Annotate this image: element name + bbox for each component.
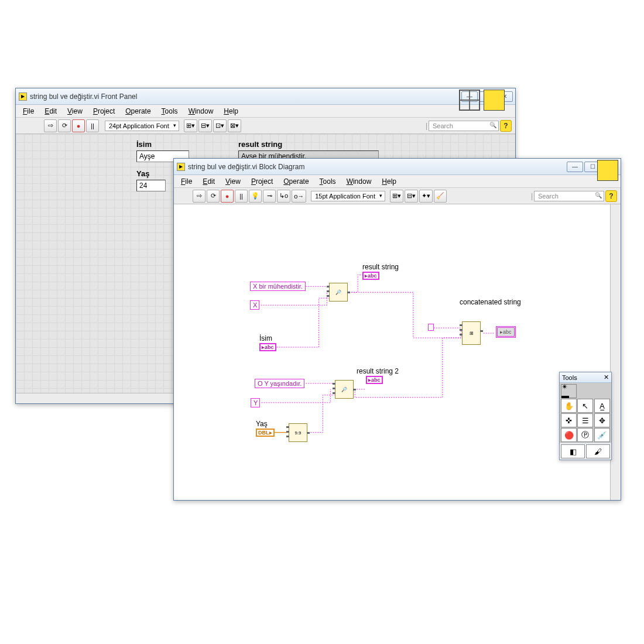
menu-view[interactable]: View: [221, 176, 245, 187]
front-panel-menubar: File Edit View Project Operate Tools Win…: [16, 105, 515, 118]
menu-operate[interactable]: Operate: [279, 176, 313, 187]
highlight-button[interactable]: 💡: [249, 190, 262, 203]
block-diagram-menubar: File Edit View Project Operate Tools Win…: [174, 175, 621, 188]
shortcut-tool[interactable]: ☰: [577, 413, 593, 427]
result-ind[interactable]: ▸abc: [362, 272, 379, 280]
string-const-2[interactable]: O Y yaşındadır.: [255, 379, 304, 388]
menu-edit[interactable]: Edit: [40, 106, 61, 117]
block-diagram-window: ▶ string bul ve değiştir.vi Block Diagra…: [173, 158, 621, 501]
labview-icon: ▶: [18, 92, 28, 101]
search-input[interactable]: Search: [429, 121, 499, 131]
align-button[interactable]: ⊞▾: [390, 190, 403, 203]
font-select[interactable]: 15pt Application Font: [311, 191, 385, 201]
menu-file[interactable]: File: [18, 106, 39, 117]
string-const-y[interactable]: Y: [251, 398, 260, 407]
menu-help[interactable]: Help: [377, 176, 401, 187]
tools-bottom: ◧ 🖌: [560, 443, 611, 460]
front-panel-titlebar[interactable]: ▶ string bul ve değiştir.vi Front Panel …: [16, 88, 515, 105]
run-continuous-button[interactable]: ⟳: [207, 190, 220, 203]
wiring-tool[interactable]: ✜: [561, 413, 577, 427]
font-select[interactable]: 24pt Application Font: [105, 121, 179, 131]
connector-pane[interactable]: [459, 90, 480, 111]
cleanup-button[interactable]: ✦▾: [419, 190, 433, 203]
minimize-button[interactable]: —: [567, 162, 583, 172]
help-button[interactable]: ?: [605, 190, 617, 202]
labview-icon: ▶: [176, 162, 186, 172]
probe-tool[interactable]: Ⓟ: [577, 428, 593, 442]
front-panel-title: string bul ve değiştir.vi Front Panel: [30, 93, 461, 101]
menu-tools[interactable]: Tools: [157, 106, 183, 117]
menu-window[interactable]: Window: [184, 106, 218, 117]
string-const-x[interactable]: X: [250, 300, 259, 310]
string-const-1[interactable]: X bir mühendistir.: [250, 282, 306, 291]
reorder-button[interactable]: 🧹: [434, 190, 447, 203]
step-over-button[interactable]: o→: [292, 190, 306, 203]
color-copy-tool[interactable]: 💉: [594, 428, 610, 442]
menu-file[interactable]: File: [176, 176, 197, 187]
yas-ctrl-label: Yaş: [256, 420, 268, 428]
pause-button[interactable]: ||: [235, 190, 248, 203]
text-tool[interactable]: A̲: [594, 399, 610, 413]
distribute-button[interactable]: ⊟▾: [198, 119, 212, 132]
resize-button[interactable]: ⊡▾: [213, 119, 227, 132]
menu-project[interactable]: Project: [88, 106, 119, 117]
vi-icon[interactable]: [484, 90, 505, 111]
search-replace-func-2[interactable]: 🔎: [335, 380, 354, 399]
menu-window[interactable]: Window: [342, 176, 376, 187]
block-diagram-title: string bul ve değiştir.vi Block Diagram: [188, 163, 567, 171]
operate-tool[interactable]: ✋: [561, 399, 577, 413]
pause-button[interactable]: ||: [86, 119, 99, 132]
block-diagram-titlebar[interactable]: ▶ string bul ve değiştir.vi Block Diagra…: [174, 159, 621, 175]
retain-wire-button[interactable]: ⊸: [263, 190, 276, 203]
search-input[interactable]: Search: [534, 191, 604, 201]
empty-string-const[interactable]: [428, 324, 434, 331]
run-button[interactable]: ⇨: [193, 190, 205, 203]
result2-ind-label: result string 2: [357, 367, 399, 375]
result2-ind[interactable]: ▸abc: [366, 376, 383, 384]
wires: [174, 204, 621, 500]
align-button[interactable]: ⊞▾: [184, 119, 197, 132]
concat-ind-label: concatenated string: [460, 298, 521, 306]
abort-button[interactable]: ●: [72, 119, 85, 132]
result-ind-label: result string: [362, 263, 399, 271]
position-tool[interactable]: ↖: [577, 399, 593, 413]
abort-button[interactable]: ●: [221, 190, 234, 203]
menu-project[interactable]: Project: [246, 176, 278, 187]
isim-label: İsim: [136, 140, 152, 149]
yas-ctrl[interactable]: DBL▸: [256, 429, 275, 437]
tools-title[interactable]: Tools✕: [560, 372, 611, 383]
isim-ctrl[interactable]: ▸abc: [259, 343, 276, 351]
menu-operate[interactable]: Operate: [121, 106, 155, 117]
auto-tool[interactable]: ✴ ▬: [561, 384, 577, 398]
num-to-string-func[interactable]: 9.9: [289, 423, 307, 442]
tools-grid: ✴ ▬ ✋ ↖ A̲ ✜ ☰ ✥ 🔴 Ⓟ 💉: [560, 383, 611, 443]
vi-icon[interactable]: [597, 160, 618, 181]
run-button[interactable]: ⇨: [44, 119, 57, 132]
front-panel-toolbar: ⇨ ⟳ ● || 24pt Application Font ⊞▾ ⊟▾ ⊡▾ …: [16, 118, 515, 134]
block-diagram-toolbar: ⇨ ⟳ ● || 💡 ⊸ ↳o o→ 15pt Application Font…: [174, 188, 621, 204]
search-replace-func-1[interactable]: 🔎: [329, 283, 348, 302]
menu-tools[interactable]: Tools: [315, 176, 341, 187]
close-icon[interactable]: ✕: [604, 374, 609, 381]
menu-view[interactable]: View: [63, 106, 87, 117]
help-button[interactable]: ?: [500, 120, 512, 132]
tools-palette[interactable]: Tools✕ ✴ ▬ ✋ ↖ A̲ ✜ ☰ ✥ 🔴 Ⓟ 💉 ◧ 🖌: [559, 372, 612, 460]
step-into-button[interactable]: ↳o: [277, 190, 290, 203]
result-label: result string: [238, 140, 282, 149]
breakpoint-tool[interactable]: 🔴: [561, 428, 577, 442]
concat-ind[interactable]: ▸abc: [496, 326, 516, 338]
yas-input[interactable]: 24: [136, 180, 166, 191]
color-tool-brush[interactable]: 🖌: [586, 444, 610, 458]
color-tool-bg[interactable]: ◧: [561, 444, 585, 458]
run-continuous-button[interactable]: ⟳: [58, 119, 71, 132]
reorder-button[interactable]: ⊠▾: [228, 119, 241, 132]
menu-edit[interactable]: Edit: [198, 176, 220, 187]
scroll-tool[interactable]: ✥: [594, 413, 610, 427]
isim-ctrl-label: İsim: [259, 334, 272, 342]
yas-label: Yaş: [136, 169, 149, 178]
menu-help[interactable]: Help: [219, 106, 243, 117]
distribute-button[interactable]: ⊟▾: [405, 190, 418, 203]
concat-func[interactable]: ⊞: [462, 321, 481, 345]
block-diagram-canvas[interactable]: X bir mühendistir. X İsim ▸abc 🔎 result …: [174, 204, 621, 500]
